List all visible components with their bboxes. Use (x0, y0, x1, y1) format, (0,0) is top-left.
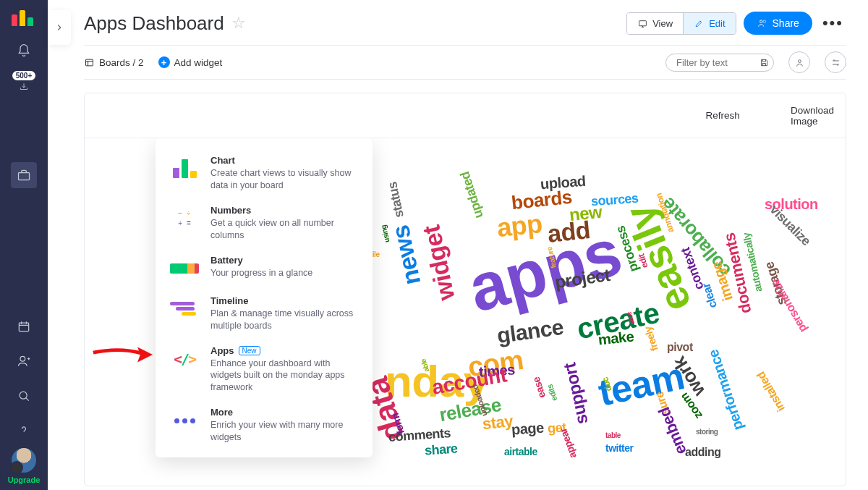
sidebar-expand-handle[interactable] (48, 10, 71, 45)
svg-point-3 (20, 392, 27, 399)
cloud-word: appear (557, 427, 579, 460)
download-image-button[interactable]: Download Image (756, 101, 834, 130)
cloud-word: page (511, 420, 544, 439)
apps-code-icon: </> (169, 345, 200, 373)
dropdown-item-apps[interactable]: </> AppsNewEnhance your dashboard with w… (156, 339, 373, 401)
refresh-button[interactable]: Refresh (700, 110, 739, 121)
dropdown-item-numbers[interactable]: −÷+= NumbersGet a quick view on all numb… (156, 198, 373, 248)
cloud-word: make (597, 329, 634, 349)
save-filter-icon[interactable] (760, 57, 769, 68)
svg-point-5 (760, 20, 762, 23)
person-filter-icon[interactable] (788, 51, 810, 73)
cloud-word: airtable (504, 446, 537, 457)
numbers-icon: −÷+= (169, 205, 200, 232)
svg-point-2 (20, 356, 25, 361)
calendar-icon[interactable] (11, 313, 37, 339)
battery-icon (169, 255, 200, 282)
svg-point-8 (798, 59, 801, 62)
chart-icon (169, 155, 200, 182)
cloud-word: zoom (678, 391, 705, 422)
dropdown-item-more[interactable]: MoreEnrich your view with many more widg… (156, 400, 373, 450)
cloud-word: installed (754, 370, 788, 414)
more-menu-icon[interactable]: ••• (820, 14, 846, 33)
cloud-word: table (605, 431, 621, 439)
svg-rect-4 (639, 20, 647, 25)
cloud-word: pivot (667, 341, 693, 354)
invite-icon[interactable] (11, 348, 37, 374)
cloud-word: widget (417, 223, 461, 303)
filter-input-wrap (665, 54, 774, 72)
cloud-word: share (424, 442, 458, 459)
new-badge: New (239, 346, 260, 355)
inbox-badge[interactable]: 500+ (12, 71, 36, 92)
annotation-arrow-icon (92, 344, 154, 368)
svg-rect-7 (86, 59, 93, 66)
dropdown-item-timeline[interactable]: TimelinePlan & manage time visually acro… (156, 289, 373, 339)
more-icon (169, 407, 200, 434)
view-button[interactable]: View (627, 13, 683, 34)
left-rail: 500+ Upgrade (0, 0, 48, 490)
boards-selector[interactable]: Boards / 2 (84, 57, 144, 68)
share-button[interactable]: Share (744, 12, 812, 35)
cloud-word: upload (540, 173, 586, 193)
widget-toolbar: Refresh Download Image (85, 93, 846, 138)
add-widget-dropdown: ChartCreate chart views to visually show… (156, 138, 373, 457)
user-avatar[interactable] (12, 448, 36, 473)
svg-rect-1 (19, 323, 28, 331)
cloud-word: sources (590, 191, 639, 210)
monday-logo-icon (12, 9, 36, 26)
view-mode-toggle: View Edit (626, 12, 736, 35)
svg-rect-0 (19, 172, 30, 179)
cloud-word: ease (530, 376, 548, 400)
upgrade-link[interactable]: Upgrade (8, 476, 41, 484)
notifications-icon[interactable] (11, 38, 37, 64)
page-title: Apps Dashboard (84, 12, 224, 35)
filter-input[interactable] (676, 57, 754, 68)
dropdown-item-battery[interactable]: BatteryYour progress in a glance (156, 248, 373, 289)
edit-button[interactable]: Edit (683, 13, 735, 34)
favorite-star-icon[interactable]: ☆ (231, 14, 246, 33)
cloud-word: status (385, 181, 407, 219)
add-widget-button[interactable]: +Add widget (158, 56, 223, 68)
cloud-word: twitter (605, 442, 634, 454)
cloud-word: support (559, 361, 592, 426)
cloud-word: storing (696, 428, 718, 436)
dropdown-item-chart[interactable]: ChartCreate chart views to visually show… (156, 148, 373, 198)
settings-filter-icon[interactable] (825, 51, 846, 73)
cloud-word: adding (685, 446, 720, 459)
svg-point-6 (763, 20, 766, 23)
cloud-word: freely (642, 326, 660, 353)
page-header: Apps Dashboard ☆ View Edit Share ••• (84, 9, 846, 45)
search-icon[interactable] (11, 383, 37, 409)
help-icon[interactable] (11, 418, 37, 444)
cloud-word: app (495, 208, 544, 243)
cloud-word: edits (545, 384, 559, 402)
timeline-icon (169, 295, 200, 323)
dashboard-toolbar: Boards / 2 +Add widget (84, 45, 846, 80)
cloud-word: performance (705, 348, 747, 433)
cloud-word: updated (457, 170, 487, 221)
inbox-count: 500+ (12, 71, 36, 80)
wordcloud-widget: Refresh Download Image appsndayeasilytea… (84, 93, 846, 486)
plus-circle-icon: + (158, 56, 170, 68)
apps-icon[interactable] (11, 162, 37, 188)
